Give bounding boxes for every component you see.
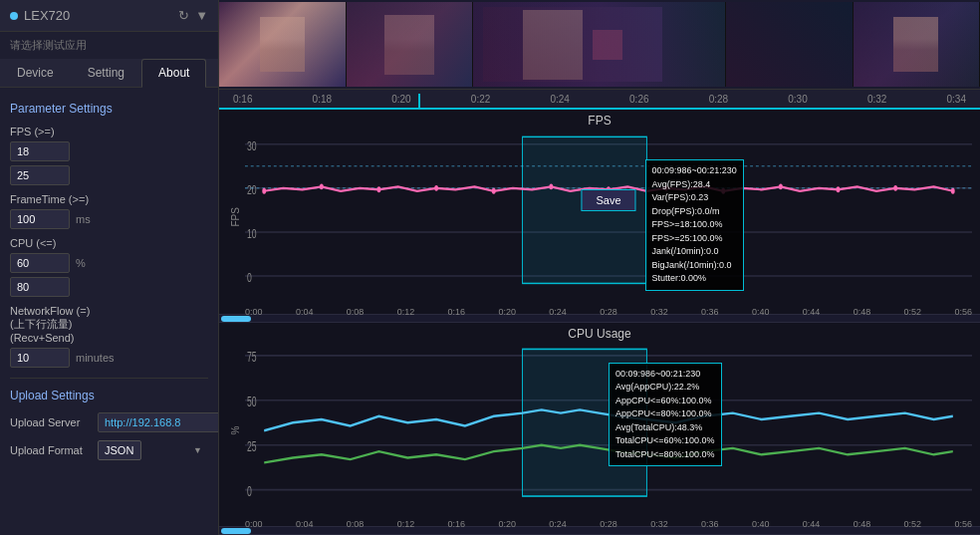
app-header: LEX720 ↻ ▼ [0, 0, 218, 32]
cpu-label: CPU (<=) [10, 237, 208, 249]
cpu-scrollbar[interactable] [219, 527, 980, 535]
fps-y-label: FPS [227, 130, 243, 306]
fps-input-2[interactable] [10, 165, 70, 185]
ruler-mark-3: 0:22 [471, 94, 490, 105]
tab-bar: Device Setting About [0, 59, 218, 88]
networkflow-label: NetworkFlow (=) (上下行流量) (Recv+Send) [10, 305, 208, 344]
cpu-input-2[interactable] [10, 277, 70, 297]
upload-server-row: Upload Server [10, 412, 208, 432]
upload-format-wrapper: JSON CSV XML [98, 440, 208, 460]
fps-group: FPS (>=) [10, 126, 208, 185]
tab-about[interactable]: About [141, 59, 206, 88]
fps-tooltip-stutter: Stutter:0.00% [652, 272, 737, 286]
ruler-mark-5: 0:26 [629, 94, 648, 105]
parameter-settings-title: Parameter Settings [10, 102, 208, 116]
cpu-tooltip: 00:09:986~00:21:230 Avg(AppCPU):22.2% Ap… [609, 363, 722, 467]
fps-tooltip-avg: Avg(FPS):28.4 [652, 178, 737, 192]
networkflow-label-main: NetworkFlow (=) [10, 305, 90, 317]
upload-format-select[interactable]: JSON CSV XML [98, 440, 141, 460]
fps-tooltip-ge18: FPS>=18:100.0% [652, 218, 737, 232]
svg-point-15 [492, 188, 496, 194]
svg-text:0: 0 [247, 270, 252, 284]
panel-content: Parameter Settings FPS (>=) FrameTime (>… [0, 88, 218, 535]
upload-server-input[interactable] [98, 412, 218, 432]
thumb-overlay-2 [347, 2, 473, 87]
fps-chart-svg: 30 20 10 0 [245, 130, 972, 306]
time-ruler: 0:16 0:18 0:20 0:22 0:24 0:26 0:28 0:30 … [219, 90, 980, 110]
svg-text:75: 75 [247, 348, 257, 365]
ruler-marks: 0:16 0:18 0:20 0:22 0:24 0:26 0:28 0:30 … [223, 94, 976, 105]
fps-scroll-thumb[interactable] [221, 316, 251, 322]
cpu-scroll-thumb[interactable] [221, 528, 251, 534]
cpu-tooltip-total60: TotalCPU<=60%:100.0% [615, 434, 715, 448]
networkflow-group: NetworkFlow (=) (上下行流量) (Recv+Send) minu… [10, 305, 208, 368]
tab-setting[interactable]: Setting [71, 59, 141, 87]
fps-tooltip-time: 00:09:986~00:21:230 [652, 164, 737, 178]
upload-settings-title: Upload Settings [10, 389, 208, 402]
fps-tooltip-ge25: FPS>=25:100.0% [652, 232, 737, 246]
header-icons: ↻ ▼ [178, 8, 208, 23]
frametime-unit: ms [76, 213, 91, 225]
fps-input-1[interactable] [10, 141, 70, 161]
cpu-tooltip-time: 00:09:986~00:21:230 [615, 368, 715, 382]
svg-point-20 [779, 183, 783, 189]
fps-scrollbar[interactable] [219, 315, 980, 323]
dropdown-icon[interactable]: ▼ [195, 8, 208, 23]
fps-chart-inner: FPS 30 20 10 0 [227, 130, 972, 306]
svg-point-22 [893, 185, 897, 191]
svg-point-11 [262, 188, 266, 194]
networkflow-sublabel: (上下行流量) [10, 318, 72, 330]
networkflow-sublabel2: (Recv+Send) [10, 332, 75, 344]
cpu-tooltip-app60: AppCPU<=60%:100.0% [615, 395, 715, 408]
app-subtitle: 请选择测试应用 [0, 32, 218, 59]
fps-tooltip-bigjank: BigJank(/10min):0.0 [652, 259, 737, 273]
networkflow-row: minutes [10, 348, 208, 368]
left-panel: LEX720 ↻ ▼ 请选择测试应用 Device Setting About … [0, 0, 219, 535]
ruler-mark-1: 0:18 [313, 94, 332, 105]
ruler-mark-6: 0:28 [709, 94, 728, 105]
timeline-thumbnails [219, 2, 980, 87]
svg-text:20: 20 [247, 182, 257, 196]
thumb-4 [726, 2, 854, 87]
svg-text:10: 10 [247, 226, 257, 240]
cpu-chart-inner: % 75 50 25 0 [227, 343, 972, 519]
ruler-mark-4: 0:24 [550, 94, 569, 105]
fps-tooltip-drop: Drop(FPS):0.0/m [652, 205, 737, 219]
frametime-group: FrameTime (>=) ms [10, 193, 208, 229]
save-button[interactable]: Save [581, 189, 635, 211]
timeline-strip [219, 0, 980, 90]
refresh-icon[interactable]: ↻ [178, 8, 189, 23]
ruler-indicator [418, 94, 420, 108]
fps-tooltip-var: Var(FPS):0.23 [652, 191, 737, 205]
cpu-group: CPU (<=) % [10, 237, 208, 297]
ruler-mark-9: 0:34 [946, 94, 965, 105]
thumb-overlay-1 [219, 2, 346, 87]
svg-point-14 [434, 185, 438, 191]
ruler-mark-7: 0:30 [788, 94, 807, 105]
svg-point-13 [377, 186, 381, 192]
svg-text:50: 50 [247, 393, 257, 409]
thumb-1 [219, 2, 347, 87]
upload-format-label: Upload Format [10, 444, 90, 456]
frametime-input[interactable] [10, 209, 70, 229]
upload-format-row: Upload Format JSON CSV XML [10, 440, 208, 460]
cpu-tooltip-app80: AppCPU<=80%:100.0% [615, 407, 715, 421]
fps-chart-container: FPS FPS 30 20 10 0 [219, 110, 980, 315]
thumb-3 [473, 2, 726, 87]
ruler-mark-8: 0:32 [867, 94, 886, 105]
fps-row-1 [10, 141, 208, 161]
svg-text:25: 25 [247, 437, 257, 454]
cpu-unit: % [76, 257, 86, 269]
cpu-input-1[interactable] [10, 253, 70, 273]
frametime-label: FrameTime (>=) [10, 193, 208, 205]
fps-label: FPS (>=) [10, 126, 208, 137]
fps-tooltip-jank: Jank(/10min):0.0 [652, 245, 737, 259]
networkflow-input[interactable] [10, 348, 70, 368]
fps-tooltip: 00:09:986~00:21:230 Avg(FPS):28.4 Var(FP… [645, 159, 744, 291]
cpu-y-label: % [227, 343, 243, 519]
thumb-2 [347, 2, 474, 87]
cpu-tooltip-avg-total: Avg(TotalCPU):48.3% [615, 421, 715, 435]
tab-device[interactable]: Device [0, 59, 71, 87]
svg-point-23 [951, 188, 955, 194]
charts-area: FPS FPS 30 20 10 0 [219, 110, 980, 535]
